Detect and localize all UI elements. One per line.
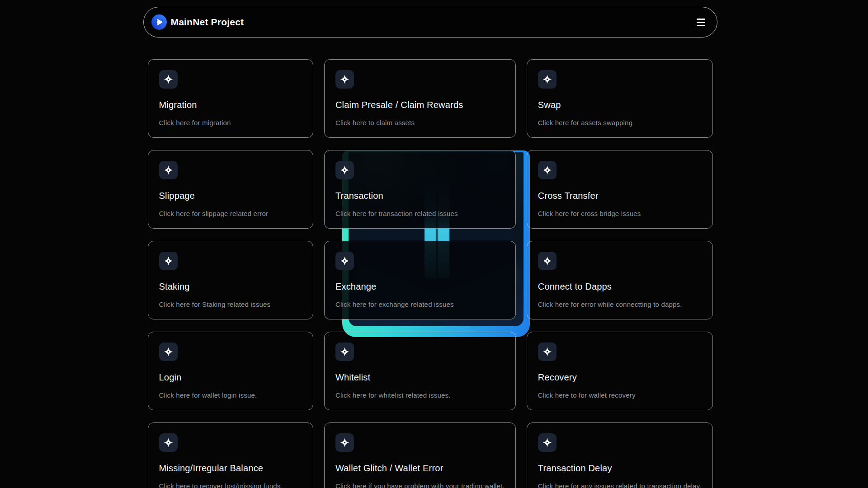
card-title: Exchange — [335, 282, 505, 292]
icon-tile — [159, 433, 178, 452]
card-description: Click here for cross bridge issues — [538, 210, 702, 217]
icon-tile — [335, 433, 354, 452]
card-missing-irregular-balance[interactable]: Missing/Irregular Balance Click here to … — [148, 422, 313, 488]
sparkle-icon — [340, 437, 350, 448]
card-description: Click here for transaction related issue… — [335, 210, 505, 217]
icon-tile — [159, 161, 178, 179]
card-description: Click here for Staking related issues — [159, 300, 302, 308]
card-title: Wallet Glitch / Wallet Error — [335, 463, 505, 474]
card-description: Click here if you have problem with your… — [335, 482, 505, 488]
sparkle-icon — [542, 74, 552, 84]
icon-tile — [538, 161, 557, 179]
card-claim-presale-claim-rewards[interactable]: Claim Presale / Claim Rewards Click here… — [324, 59, 516, 138]
sparkle-icon — [163, 437, 174, 448]
sparkle-icon — [163, 347, 174, 357]
card-title: Login — [159, 372, 302, 383]
icon-tile — [538, 343, 557, 361]
sparkle-icon — [542, 165, 552, 175]
card-description: Click here for slippage related error — [159, 210, 302, 217]
sparkle-icon — [163, 74, 174, 84]
card-staking[interactable]: Staking Click here for Staking related i… — [148, 241, 313, 319]
icon-tile — [335, 343, 354, 361]
sparkle-icon — [542, 347, 552, 357]
icon-tile — [538, 252, 557, 270]
card-grid: Migration Click here for migration Claim… — [148, 59, 713, 488]
card-title: Whitelist — [335, 372, 505, 383]
icon-tile — [159, 70, 178, 89]
card-whitelist[interactable]: Whitelist Click here for whitelist relat… — [324, 332, 516, 410]
card-connect-to-dapps[interactable]: Connect to Dapps Click here for error wh… — [527, 241, 713, 319]
card-transaction-delay[interactable]: Transaction Delay Click here for any iss… — [527, 422, 713, 488]
card-wallet-glitch-wallet-error[interactable]: Wallet Glitch / Wallet Error Click here … — [324, 422, 516, 488]
card-title: Staking — [159, 282, 302, 292]
icon-tile — [538, 433, 557, 452]
card-description: Click here for exchange related issues — [335, 300, 505, 308]
card-description: Click here for assets swapping — [538, 119, 702, 127]
card-transaction[interactable]: Transaction Click here for transaction r… — [324, 150, 516, 229]
card-login[interactable]: Login Click here for wallet login issue. — [148, 332, 313, 410]
card-description: Click here for error while connectting t… — [538, 300, 702, 308]
card-title: Swap — [538, 100, 702, 110]
card-title: Connect to Dapps — [538, 282, 702, 292]
top-navbar: MainNet Project — [143, 7, 717, 38]
icon-tile — [159, 252, 178, 270]
sparkle-icon — [340, 347, 350, 357]
card-description: Click here for any issues related to tra… — [538, 482, 702, 488]
card-title: Migration — [159, 100, 302, 110]
card-description: Click here for whitelist related issues. — [335, 391, 505, 399]
sparkle-icon — [340, 256, 350, 266]
card-title: Transaction Delay — [538, 463, 702, 474]
card-title: Slippage — [159, 191, 302, 201]
card-title: Cross Transfer — [538, 191, 702, 201]
card-title: Claim Presale / Claim Rewards — [335, 100, 505, 110]
sparkle-icon — [163, 256, 174, 266]
card-recovery[interactable]: Recovery Click here to for wallet recove… — [527, 332, 713, 410]
card-exchange[interactable]: Exchange Click here for exchange related… — [324, 241, 516, 319]
icon-tile — [335, 161, 354, 179]
card-description: Click here for wallet login issue. — [159, 391, 302, 399]
hamburger-menu-icon[interactable] — [697, 17, 705, 28]
page: MainNet Project Migration Click here for… — [0, 7, 868, 488]
card-grid-section: Migration Click here for migration Claim… — [148, 59, 713, 488]
sparkle-icon — [340, 165, 350, 175]
icon-tile — [335, 70, 354, 89]
brand-title: MainNet Project — [171, 17, 244, 28]
icon-tile — [159, 343, 178, 361]
card-description: Click here to recover lost/missing funds… — [159, 482, 302, 488]
sparkle-icon — [542, 437, 552, 448]
card-title: Transaction — [335, 191, 505, 201]
card-cross-transfer[interactable]: Cross Transfer Click here for cross brid… — [527, 150, 713, 229]
brand: MainNet Project — [151, 14, 244, 30]
icon-tile — [335, 252, 354, 270]
card-description: Click here for migration — [159, 119, 302, 127]
card-title: Recovery — [538, 372, 702, 383]
card-migration[interactable]: Migration Click here for migration — [148, 59, 313, 138]
sparkle-icon — [542, 256, 552, 266]
card-swap[interactable]: Swap Click here for assets swapping — [527, 59, 713, 138]
card-description: Click here to for wallet recovery — [538, 391, 702, 399]
sparkle-icon — [340, 74, 350, 84]
card-description: Click here to claim assets — [335, 119, 505, 127]
icon-tile — [538, 70, 557, 89]
card-title: Missing/Irregular Balance — [159, 463, 302, 474]
card-slippage[interactable]: Slippage Click here for slippage related… — [148, 150, 313, 229]
sparkle-icon — [163, 165, 174, 175]
play-swirl-logo-icon — [151, 14, 167, 30]
